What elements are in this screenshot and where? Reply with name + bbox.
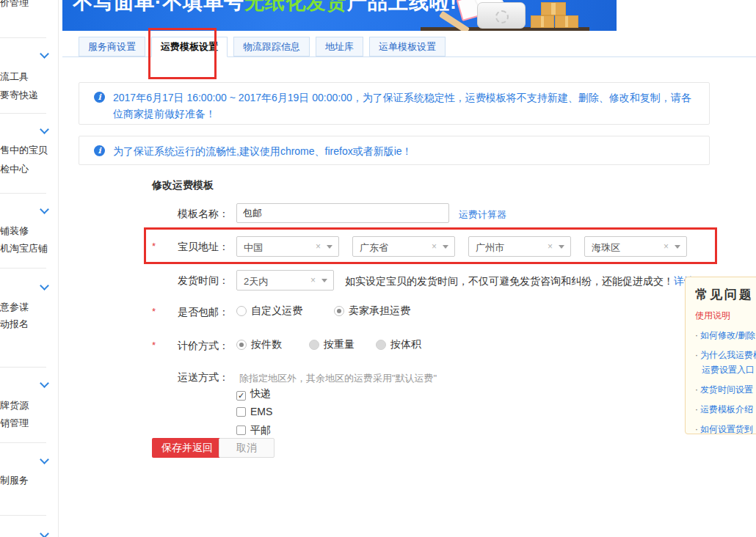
clear-icon[interactable]: × xyxy=(664,241,669,252)
ship-time-select[interactable]: 2天内 × xyxy=(236,270,334,291)
clear-icon[interactable]: × xyxy=(310,275,316,285)
clear-icon[interactable]: × xyxy=(432,241,437,252)
divider xyxy=(0,367,46,368)
freight-calculator-link[interactable]: 运费计算器 xyxy=(459,208,506,222)
sidebar-item[interactable]: 检中心 xyxy=(0,163,29,176)
region-select-district[interactable]: 海珠区 × xyxy=(584,236,687,257)
bullet-icon: · xyxy=(695,384,698,395)
radio-checked-icon[interactable] xyxy=(236,340,247,350)
caret-down-icon[interactable] xyxy=(559,245,564,249)
shipping-method-label: 运送方式： xyxy=(158,371,229,384)
radio-label: 卖家承担运费 xyxy=(349,304,410,316)
sidebar-item[interactable]: 价管理 xyxy=(0,0,29,10)
tab-address-library[interactable]: 地址库 xyxy=(316,37,363,56)
select-value: 广东省 xyxy=(360,241,388,255)
chevron-down-icon[interactable] xyxy=(40,529,49,537)
required-mark: * xyxy=(152,340,156,351)
sidebar-item[interactable]: 动报名 xyxy=(0,318,29,331)
chevron-down-icon[interactable] xyxy=(40,205,49,214)
faq-link-label: 为什么我运费模 xyxy=(700,350,756,360)
tab-logistics-tracking[interactable]: 物流跟踪信息 xyxy=(233,37,310,56)
checkbox-icon[interactable] xyxy=(236,425,246,435)
radio-by-piece[interactable]: 按件数 xyxy=(236,338,282,351)
radio-custom-freight[interactable]: 自定义运费 xyxy=(236,304,302,318)
faq-usage-link[interactable]: 使用说明 xyxy=(695,310,756,322)
tab-provider-settings[interactable]: 服务商设置 xyxy=(79,37,145,56)
package-stack-icon xyxy=(531,15,554,28)
checkbox-ems[interactable]: EMS xyxy=(236,406,272,417)
faq-link[interactable]: ·运费模板介绍 xyxy=(695,403,756,416)
divider xyxy=(0,37,46,38)
ship-time-hint: 如实设定宝贝的发货时间，不仅可避免发货咨询和纠纷，还能促进成交！详情 xyxy=(345,275,694,288)
left-sidebar: 价管理 流工具 要寄快递 售中的宝贝 检中心 铺装修 机淘宝店铺 意参谋 动报名… xyxy=(0,0,59,537)
clear-icon[interactable]: × xyxy=(316,241,321,252)
checkbox-checked-icon[interactable]: ✓ xyxy=(236,391,246,401)
sidebar-item[interactable]: 机淘宝店铺 xyxy=(0,242,48,255)
cancel-button[interactable]: 取消 xyxy=(219,438,275,458)
package-stack-icon xyxy=(541,2,566,15)
info-icon: i xyxy=(94,145,105,156)
banner-headline-highlight: 无纸化发货 xyxy=(244,0,347,13)
select-value: 中国 xyxy=(244,241,263,255)
sidebar-item[interactable]: 制服务 xyxy=(0,474,29,487)
chevron-down-icon[interactable] xyxy=(40,455,49,464)
faq-title: 常见问题 xyxy=(695,286,756,303)
checkbox-label: EMS xyxy=(250,406,272,417)
radio-label: 按体积 xyxy=(390,338,421,350)
sidebar-item[interactable]: 流工具 xyxy=(0,70,29,84)
save-button[interactable]: 保存并返回 xyxy=(152,438,222,458)
radio-checked-icon[interactable] xyxy=(334,306,344,316)
faq-link[interactable]: ·发货时间设置 xyxy=(695,384,756,396)
caret-down-icon[interactable] xyxy=(321,279,327,282)
radio-seller-pays[interactable]: 卖家承担运费 xyxy=(334,304,410,318)
select-value: 2天内 xyxy=(244,275,268,288)
notice-box: i 为了保证系统运行的流畅性,建议使用chrome、firefox或者新版ie！ xyxy=(79,136,710,165)
chevron-down-icon[interactable] xyxy=(40,49,49,59)
chevron-down-icon[interactable] xyxy=(40,379,49,388)
checkbox-icon[interactable] xyxy=(236,407,246,417)
caret-down-icon[interactable] xyxy=(675,245,680,249)
sidebar-item[interactable]: 铺装修 xyxy=(0,224,29,238)
template-name-label: 模板名称： xyxy=(158,208,229,221)
promo-banner[interactable]: 不写面单·不填单号无纸化发货产品上线啦! xyxy=(62,0,617,31)
divider xyxy=(0,268,46,268)
radio-icon[interactable] xyxy=(236,306,247,316)
faq-link[interactable]: 运费设置入口 xyxy=(695,364,756,376)
sidebar-item[interactable]: 要寄快递 xyxy=(0,89,38,102)
region-select-province[interactable]: 广东省 × xyxy=(352,236,455,257)
faq-link[interactable]: ·为什么我运费模 xyxy=(695,349,756,362)
sidebar-item[interactable]: 牌货源 xyxy=(0,399,29,412)
radio-by-volume[interactable]: 按体积 xyxy=(376,338,421,351)
banner-headline: 不写面单·不填单号无纸化发货产品上线啦! xyxy=(73,0,457,15)
caret-down-icon[interactable] xyxy=(443,245,448,249)
radio-by-weight[interactable]: 按重量 xyxy=(309,338,355,351)
region-select-city[interactable]: 广州市 × xyxy=(468,236,571,257)
select-value: 海珠区 xyxy=(592,241,620,255)
tab-waybill-template[interactable]: 运单模板设置 xyxy=(369,37,446,56)
clear-icon[interactable]: × xyxy=(548,241,553,252)
checkbox-surface-mail[interactable]: 平邮 xyxy=(236,424,271,437)
chevron-down-icon[interactable] xyxy=(40,281,49,291)
faq-link-label: 发货时间设置 xyxy=(700,384,753,395)
divider xyxy=(0,113,46,114)
sidebar-item[interactable]: 销管理 xyxy=(0,417,29,430)
faq-link-label: 如何设置货到 xyxy=(700,424,753,434)
checkbox-label: 快递 xyxy=(250,387,271,399)
item-address-label: 宝贝地址： xyxy=(158,241,229,254)
required-mark: * xyxy=(152,241,156,252)
bullet-icon: · xyxy=(695,330,698,340)
faq-link[interactable]: ·如何设置货到 xyxy=(695,423,756,434)
hint-text: 如实设定宝贝的发货时间，不仅可避免发货咨询和纠纷，还能促进成交！ xyxy=(345,275,674,287)
faq-link-label: 运费模板介绍 xyxy=(700,404,753,414)
template-name-input[interactable] xyxy=(236,203,449,223)
tab-shipping-template[interactable]: 运费模板设置 xyxy=(151,37,228,57)
sidebar-item[interactable]: 意参谋 xyxy=(0,301,29,314)
bullet-icon: · xyxy=(695,404,698,414)
region-select-country[interactable]: 中国 × xyxy=(236,236,339,257)
faq-link[interactable]: ·如何修改/删除 xyxy=(695,329,756,342)
sidebar-item[interactable]: 售中的宝贝 xyxy=(0,144,48,157)
radio-label: 按件数 xyxy=(251,338,282,350)
checkbox-express[interactable]: ✓快递 xyxy=(236,387,271,401)
chevron-down-icon[interactable] xyxy=(40,125,49,134)
caret-down-icon[interactable] xyxy=(327,245,332,249)
